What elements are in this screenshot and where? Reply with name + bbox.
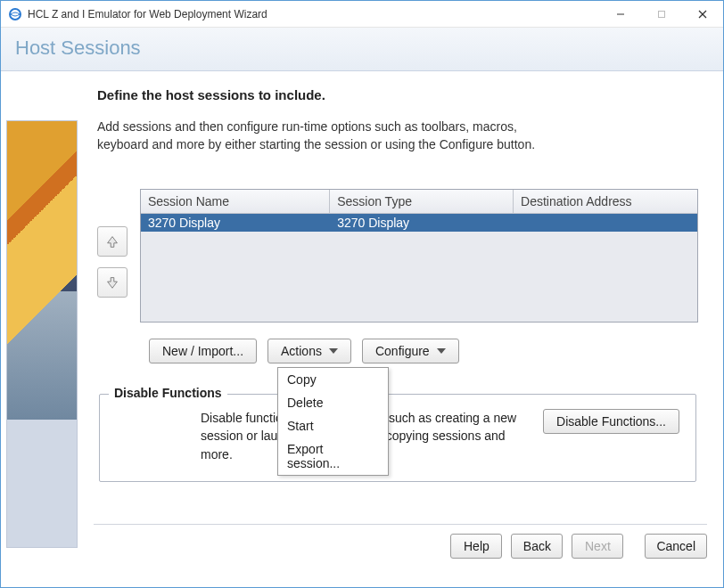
content-heading: Define the host sessions to include. (97, 87, 698, 102)
cell-session-type: 3270 Display (330, 214, 514, 232)
configure-button[interactable]: Configure (362, 339, 459, 363)
table-header: Session Name Session Type Destination Ad… (141, 190, 697, 214)
sessions-table[interactable]: Session Name Session Type Destination Ad… (140, 189, 698, 323)
wizard-side-image (6, 120, 78, 548)
cell-dest-addr (514, 214, 697, 232)
disable-functions-legend: Disable Functions (109, 386, 227, 400)
menu-copy[interactable]: Copy (278, 368, 388, 391)
move-down-button[interactable] (97, 267, 128, 298)
wizard-header: Host Sessions (1, 28, 723, 71)
caret-down-icon (437, 348, 446, 354)
table-action-row: New / Import... Actions Configure Copy D… (149, 339, 698, 363)
help-button[interactable]: Help (450, 534, 502, 559)
wizard-body: Define the host sessions to include. Add… (1, 71, 723, 566)
svg-rect-2 (659, 11, 665, 17)
title-bar: HCL Z and I Emulator for Web Deployment … (1, 1, 723, 28)
actions-dropdown: Copy Delete Start Export session... (277, 367, 389, 476)
app-icon (8, 7, 22, 21)
reorder-controls (97, 226, 128, 298)
menu-export-session[interactable]: Export session... (278, 437, 388, 475)
move-up-button[interactable] (97, 226, 128, 257)
configure-button-label: Configure (375, 344, 430, 358)
window-controls (600, 1, 723, 28)
next-button: Next (572, 534, 623, 559)
disable-functions-group: Disable Functions Disable functions for … (99, 394, 696, 482)
col-session-type[interactable]: Session Type (330, 190, 514, 213)
main-content: Define the host sessions to include. Add… (78, 71, 723, 566)
page-title: Host Sessions (15, 37, 709, 60)
close-button[interactable] (682, 1, 723, 28)
cancel-button[interactable]: Cancel (645, 534, 707, 559)
table-row[interactable]: 3270 Display 3270 Display (141, 214, 697, 232)
actions-button[interactable]: Actions (267, 339, 351, 363)
back-button[interactable]: Back (511, 534, 563, 559)
col-session-name[interactable]: Session Name (141, 190, 330, 213)
caret-down-icon (329, 348, 338, 354)
content-description: Add sessions and then configure run-time… (97, 118, 561, 153)
wizard-footer: Help Back Next Cancel (94, 524, 707, 559)
actions-button-label: Actions (281, 344, 322, 358)
menu-start[interactable]: Start (278, 414, 388, 437)
minimize-button[interactable] (600, 1, 641, 28)
maximize-button[interactable] (641, 1, 682, 28)
cell-session-name: 3270 Display (141, 214, 330, 232)
col-dest-addr[interactable]: Destination Address (514, 190, 697, 213)
menu-delete[interactable]: Delete (278, 391, 388, 414)
sessions-row: Session Name Session Type Destination Ad… (97, 189, 698, 323)
window-title: HCL Z and I Emulator for Web Deployment … (28, 8, 600, 20)
new-import-button[interactable]: New / Import... (149, 339, 257, 363)
disable-functions-button[interactable]: Disable Functions... (543, 409, 679, 434)
